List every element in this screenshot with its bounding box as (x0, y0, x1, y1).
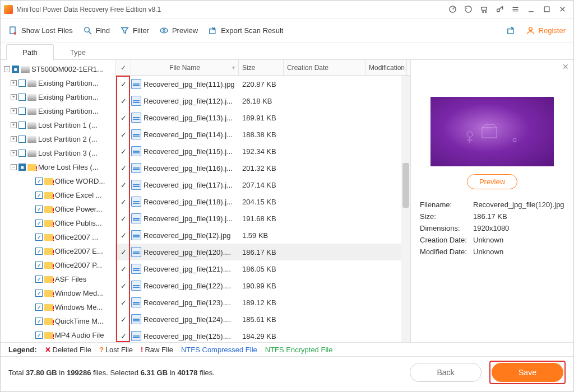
tree-subitem[interactable]: ✓Office WORD... (1, 174, 115, 188)
file-row[interactable]: ✓Recovered_jpg_file(119).j...191.68 KB (115, 210, 410, 227)
tree-subitem[interactable]: ✓QuickTime M... (1, 314, 115, 328)
file-row[interactable]: ✓Recovered_jpg_file(116).j...201.32 KB (115, 160, 410, 176)
tree-item[interactable]: −■More Lost Files (... (1, 160, 115, 174)
file-row[interactable]: ✓Recovered_jpg_file(121)....186.05 KB (115, 260, 410, 277)
file-row[interactable]: ✓Recovered_jpg_file(112).j...26.18 KB (115, 92, 410, 109)
row-checkbox[interactable]: ✓ (121, 214, 127, 223)
row-checkbox[interactable]: ✓ (121, 315, 127, 324)
tree-root[interactable]: −■ST500DM002-1ER1... (1, 62, 115, 76)
share-button[interactable] (506, 26, 516, 35)
legend-encrypted: NTFS Encrypted File (265, 346, 333, 354)
row-checkbox[interactable]: ✓ (121, 130, 127, 139)
file-row[interactable]: ✓Recovered_jpg_file(114).j...188.38 KB (115, 126, 410, 143)
row-checkbox[interactable]: ✓ (121, 298, 127, 307)
file-row[interactable]: ✓Recovered_jpg_file(122)....190.99 KB (115, 277, 410, 294)
file-row[interactable]: ✓Recovered_jpg_file(125)....184.29 KB (115, 328, 410, 342)
row-checkbox[interactable]: ✓ (121, 332, 127, 340)
preview-button[interactable]: Preview (159, 26, 198, 35)
back-button[interactable]: Back (410, 363, 482, 382)
minimize-button[interactable] (523, 2, 539, 17)
tree-subitem[interactable]: ✓MP4 Audio File (1, 328, 115, 342)
legend-lost: ?Lost File (99, 346, 133, 354)
file-name: Recovered_jpg_file(125).... (144, 332, 239, 340)
close-button[interactable] (554, 2, 570, 17)
close-preview-icon[interactable]: ✕ (562, 62, 569, 71)
file-row[interactable]: ✓Recovered_jpg_file(123)....189.12 KB (115, 294, 410, 311)
file-row[interactable]: ✓Recovered_jpg_file(117).j...207.14 KB (115, 176, 410, 193)
file-size: 189.12 KB (239, 298, 284, 307)
tree-subitem[interactable]: ✓Office Publis... (1, 216, 115, 230)
tree-item[interactable]: +✓Existing Partition... (1, 104, 115, 118)
file-row[interactable]: ✓Recovered_jpg_file(124)....185.61 KB (115, 311, 410, 328)
col-size[interactable]: Size (239, 60, 284, 75)
file-row[interactable]: ✓Recovered_jpg_file(113).j...189.91 KB (115, 109, 410, 126)
jpg-file-icon (131, 197, 141, 207)
row-checkbox[interactable]: ✓ (121, 282, 127, 290)
jpg-file-icon (131, 247, 141, 257)
row-checkbox[interactable]: ✓ (121, 198, 127, 206)
row-checkbox[interactable]: ✓ (121, 114, 127, 122)
tree-subitem[interactable]: ✓ASF Files (1, 272, 115, 286)
file-name: Recovered_jpg_file(122).... (144, 282, 239, 290)
save-button[interactable]: Save (492, 363, 563, 382)
tree-item[interactable]: +✓Existing Partition... (1, 76, 115, 90)
col-creation-date[interactable]: Creation Date (284, 60, 365, 75)
tree-subitem[interactable]: ✓Office Power... (1, 202, 115, 216)
file-row[interactable]: ✓Recovered_jpg_file(12).jpg1.59 KB (115, 227, 410, 244)
refresh-icon[interactable] (460, 2, 476, 17)
speed-icon[interactable] (445, 2, 460, 17)
file-name: Recovered_jpg_file(114).j... (144, 130, 239, 139)
svg-point-8 (163, 30, 165, 32)
file-name: Recovered_jpg_file(116).j... (144, 164, 239, 172)
cart-icon[interactable] (476, 2, 492, 17)
tree-item[interactable]: +✓Lost Partition 2 (... (1, 132, 115, 146)
col-filename[interactable]: File Name▾ (131, 60, 239, 75)
tree-subitem[interactable]: ✓Office2007 ... (1, 230, 115, 244)
jpg-file-icon (131, 113, 141, 123)
row-checkbox[interactable]: ✓ (121, 231, 127, 240)
file-row[interactable]: ✓Recovered_jpg_file(118).j...204.15 KB (115, 193, 410, 210)
show-lost-files-button[interactable]: Show Lost Files (8, 26, 73, 35)
file-row[interactable]: ✓Recovered_jpg_file(111).jpg220.87 KB (115, 76, 410, 92)
file-name: Recovered_jpg_file(113).j... (144, 114, 239, 122)
scrollbar[interactable] (401, 76, 410, 342)
tree-item[interactable]: +✓Lost Partition 3 (... (1, 146, 115, 160)
legend-raw: !Raw File (141, 346, 173, 354)
col-modification[interactable]: Modification (365, 60, 407, 75)
menu-icon[interactable] (507, 2, 523, 17)
row-checkbox[interactable]: ✓ (121, 164, 127, 172)
maximize-button[interactable] (539, 2, 554, 17)
tab-type[interactable]: Type (54, 44, 102, 60)
tab-path[interactable]: Path (6, 44, 54, 60)
tree-subitem[interactable]: ✓Window Med... (1, 286, 115, 300)
tree-subitem[interactable]: ✓Office2007 E... (1, 244, 115, 258)
filter-button[interactable]: Filter (120, 26, 149, 35)
select-all-checkbox[interactable]: ✓ (115, 60, 131, 75)
export-button[interactable]: Export Scan Result (208, 26, 283, 35)
row-checkbox[interactable]: ✓ (121, 181, 127, 189)
register-button[interactable]: Register (526, 26, 566, 35)
status-text: Total 37.80 GB in 199286 files. Selected… (8, 368, 215, 377)
file-row[interactable]: ✓Recovered_jpg_file(120)....186.17 KB (115, 244, 410, 260)
row-checkbox[interactable]: ✓ (121, 97, 127, 105)
row-checkbox[interactable]: ✓ (121, 248, 127, 256)
tree-subitem[interactable]: ✓Windows Me... (1, 300, 115, 314)
file-name: Recovered_jpg_file(12).jpg (144, 231, 239, 240)
jpg-file-icon (131, 281, 141, 291)
tree-item[interactable]: +✓Lost Partition 1 (... (1, 118, 115, 132)
preview-panel: ✕ Preview Filename:Recovered_jpg_file(12… (411, 60, 573, 342)
file-list-header: ✓ File Name▾ Size Creation Date Modifica… (115, 60, 410, 76)
file-row[interactable]: ✓Recovered_jpg_file(115).j...192.34 KB (115, 143, 410, 160)
file-name: Recovered_jpg_file(124).... (144, 315, 239, 324)
file-size: 186.05 KB (239, 265, 284, 273)
row-checkbox[interactable]: ✓ (121, 265, 127, 273)
key-icon[interactable] (492, 2, 507, 17)
tree-subitem[interactable]: ✓Office Excel ... (1, 188, 115, 202)
row-checkbox[interactable]: ✓ (121, 147, 127, 156)
tree-item[interactable]: +✓Existing Partition... (1, 90, 115, 104)
find-button[interactable]: Find (83, 26, 110, 35)
file-name: Recovered_jpg_file(115).j... (144, 147, 239, 156)
row-checkbox[interactable]: ✓ (121, 80, 127, 88)
preview-open-button[interactable]: Preview (467, 174, 517, 189)
tree-subitem[interactable]: ✓Office2007 P... (1, 258, 115, 272)
